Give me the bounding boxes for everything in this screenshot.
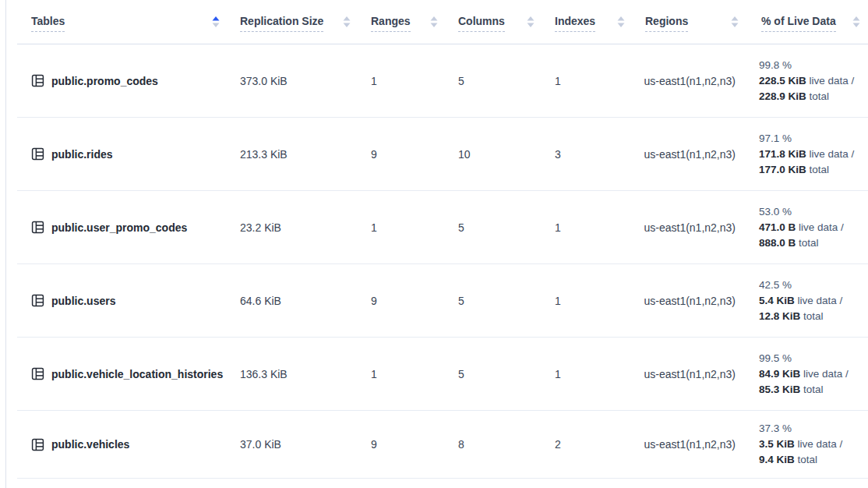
column-header-indexes[interactable]: Indexes: [542, 0, 633, 44]
columns-cell: 5: [446, 368, 542, 380]
columns-cell: 8: [446, 438, 542, 451]
columns-cell: 5: [446, 295, 542, 307]
live-suffix: live data /: [796, 221, 844, 233]
live-size: 84.9 KiB: [759, 368, 800, 380]
columns-cell: 10: [446, 148, 542, 161]
live-data-cell: 99.8 % 228.5 KiB live data / 228.9 KiB t…: [746, 58, 868, 104]
column-header-columns[interactable]: Columns: [446, 0, 542, 44]
live-percent: 99.5 %: [759, 352, 792, 364]
indexes-cell: 1: [542, 368, 633, 380]
live-size: 3.5 KiB: [759, 438, 795, 450]
ranges-cell: 1: [358, 75, 446, 87]
replication-size-cell: 64.6 KiB: [228, 295, 358, 307]
live-data-cell: 37.3 % 3.5 KiB live data / 9.4 KiB total: [746, 421, 868, 468]
total-size: 177.0 KiB: [759, 164, 806, 175]
sort-icon: [343, 16, 351, 27]
regions-cell: us-east1(n1,n2,n3): [633, 75, 746, 87]
sort-icon: [430, 16, 438, 27]
indexes-cell: 3: [542, 148, 633, 161]
table-icon: [31, 221, 44, 234]
column-header-ranges-label: Ranges: [371, 16, 411, 32]
live-percent: 37.3 %: [759, 423, 792, 434]
table-name-link[interactable]: public.vehicle_location_histories: [51, 368, 223, 380]
live-data-cell: 42.5 % 5.4 KiB live data / 12.8 KiB tota…: [746, 278, 868, 324]
total-suffix: total: [795, 454, 817, 465]
table-body: public.promo_codes 373.0 KiB 1 5 1 us-ea…: [17, 44, 868, 479]
table-row[interactable]: public.vehicle_location_histories 136.3 …: [17, 338, 868, 411]
total-suffix: total: [806, 90, 829, 102]
table-name-link[interactable]: public.user_promo_codes: [51, 221, 187, 234]
column-header-regions[interactable]: Regions: [633, 0, 746, 44]
total-size: 9.4 KiB: [759, 454, 795, 465]
regions-cell: us-east1(n1,n2,n3): [633, 438, 746, 451]
live-size: 5.4 KiB: [759, 295, 795, 306]
ranges-cell: 9: [358, 295, 446, 307]
table-name-cell: public.promo_codes: [17, 74, 228, 87]
table-name-cell: public.vehicles: [17, 438, 228, 451]
total-suffix: total: [796, 237, 818, 249]
table-icon: [31, 438, 44, 451]
regions-cell: us-east1(n1,n2,n3): [633, 368, 746, 380]
replication-size-cell: 37.0 KiB: [228, 438, 358, 451]
sort-icon: [212, 16, 220, 27]
column-header-ranges[interactable]: Ranges: [358, 0, 446, 44]
sort-icon: [617, 16, 625, 27]
replication-size-cell: 373.0 KiB: [228, 75, 358, 87]
live-size: 471.0 B: [759, 221, 796, 233]
table-name-link[interactable]: public.vehicles: [51, 438, 129, 451]
indexes-cell: 2: [542, 438, 633, 451]
live-size: 228.5 KiB: [759, 75, 806, 87]
column-header-columns-label: Columns: [458, 16, 505, 32]
replication-size-cell: 136.3 KiB: [228, 368, 358, 380]
live-percent: 53.0 %: [759, 206, 792, 217]
table-name-link[interactable]: public.users: [51, 295, 115, 307]
table-icon: [31, 294, 44, 307]
live-suffix: live data /: [806, 148, 855, 160]
sort-icon: [527, 16, 535, 27]
total-suffix: total: [800, 310, 823, 322]
table-name-cell: public.users: [17, 294, 228, 307]
total-suffix: total: [800, 384, 823, 395]
column-header-tables-label: Tables: [31, 16, 65, 32]
live-data-cell: 99.5 % 84.9 KiB live data / 85.3 KiB tot…: [746, 351, 868, 398]
page-left-divider: [5, 0, 6, 488]
column-header-replication-size-label: Replication Size: [240, 16, 323, 32]
total-size: 85.3 KiB: [759, 384, 800, 395]
table-name-cell: public.vehicle_location_histories: [17, 367, 228, 380]
ranges-cell: 1: [358, 221, 446, 234]
total-size: 12.8 KiB: [759, 310, 800, 322]
table-name-cell: public.rides: [17, 147, 228, 161]
table-row[interactable]: public.users 64.6 KiB 9 5 1 us-east1(n1,…: [17, 264, 868, 338]
column-header-tables[interactable]: Tables: [17, 0, 228, 44]
columns-cell: 5: [446, 75, 542, 87]
column-header-live-data-label: % of Live Data: [761, 16, 836, 32]
total-size: 228.9 KiB: [759, 90, 806, 102]
sort-icon: [852, 16, 860, 27]
live-percent: 97.1 %: [759, 133, 792, 144]
ranges-cell: 1: [358, 368, 446, 380]
replication-size-cell: 23.2 KiB: [228, 221, 358, 234]
replication-size-cell: 213.3 KiB: [228, 148, 358, 161]
table-icon: [31, 74, 44, 87]
live-suffix: live data /: [795, 295, 843, 306]
live-suffix: live data /: [795, 438, 843, 450]
column-header-live-data[interactable]: % of Live Data: [746, 0, 868, 44]
total-suffix: total: [806, 164, 829, 175]
table-icon: [31, 147, 44, 161]
table-row[interactable]: public.user_promo_codes 23.2 KiB 1 5 1 u…: [17, 191, 868, 264]
live-data-cell: 97.1 % 171.8 KiB live data / 177.0 KiB t…: [746, 131, 868, 178]
table-name-link[interactable]: public.rides: [51, 148, 113, 161]
table-row[interactable]: public.promo_codes 373.0 KiB 1 5 1 us-ea…: [17, 44, 868, 118]
indexes-cell: 1: [542, 75, 633, 87]
column-header-replication-size[interactable]: Replication Size: [228, 0, 358, 44]
columns-cell: 5: [446, 221, 542, 234]
live-suffix: live data /: [806, 75, 855, 87]
live-percent: 99.8 %: [759, 59, 792, 71]
table-name-link[interactable]: public.promo_codes: [51, 75, 158, 87]
column-header-indexes-label: Indexes: [555, 16, 595, 32]
total-size: 888.0 B: [759, 237, 796, 249]
table-row[interactable]: public.rides 213.3 KiB 9 10 3 us-east1(n…: [17, 118, 868, 191]
table-icon: [31, 367, 44, 380]
table-row[interactable]: public.vehicles 37.0 KiB 9 8 2 us-east1(…: [17, 411, 868, 479]
tables-list-page: Tables Replication Size Ranges Columns I…: [0, 0, 868, 488]
